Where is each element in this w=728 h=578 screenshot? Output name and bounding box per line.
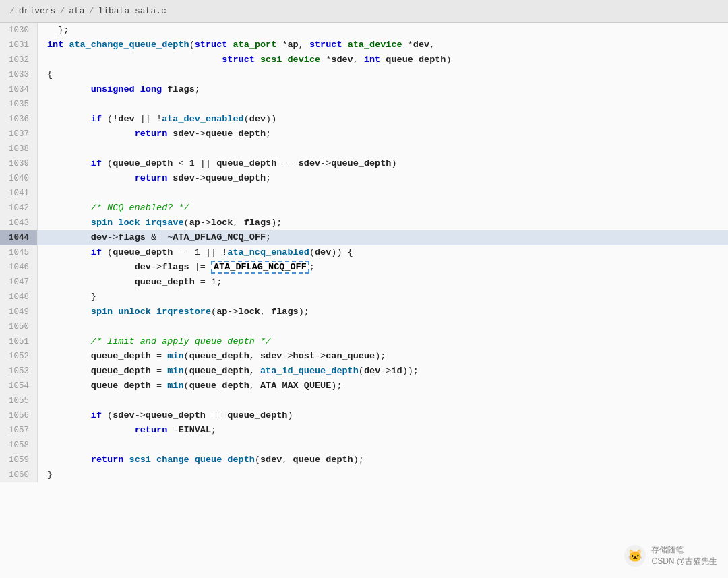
var-token: lock: [239, 307, 260, 317]
line-content: if (queue_depth == 1 || !ata_ncq_enabled…: [38, 245, 728, 260]
code-line-1037: 1037 return sdev->queue_depth;: [0, 127, 728, 141]
line-content: [38, 141, 728, 156]
var-token: dev: [118, 114, 134, 124]
line-number: 1044: [0, 230, 38, 245]
line-number: 1060: [0, 468, 38, 482]
code-line-1060: 1060}: [0, 468, 728, 482]
code-line-1043: 1043 spin_lock_irqsave(ap->lock, flags);: [0, 216, 728, 230]
line-number: 1039: [0, 156, 38, 171]
line-number: 1045: [0, 245, 38, 260]
line-content: queue_depth = 1;: [38, 275, 728, 290]
code-line-1041: 1041: [0, 186, 728, 201]
code-line-1038: 1038: [0, 141, 728, 156]
kw-token: int: [47, 40, 63, 50]
var-token: ap: [189, 218, 200, 228]
line-content: spin_lock_irqsave(ap->lock, flags);: [38, 216, 728, 230]
line-number: 1053: [0, 364, 38, 379]
var-token: dev: [249, 114, 266, 124]
code-line-1047: 1047 queue_depth = 1;: [0, 275, 728, 290]
code-line-1059: 1059 return scsi_change_queue_depth(sdev…: [0, 453, 728, 468]
var-token: queue_depth: [386, 55, 446, 65]
line-content: dev->flags &= ~ATA_DFLAG_NCQ_OFF;: [38, 230, 728, 245]
kw-token: if: [91, 114, 102, 124]
line-content: queue_depth = min(queue_depth, sdev->hos…: [38, 349, 728, 364]
var-token: ATA_MAX_QUEUE: [260, 381, 331, 391]
code-line-1030: 1030 };: [0, 23, 728, 38]
var-token: queue_depth: [189, 366, 249, 376]
var-token: host: [293, 351, 315, 361]
var-token: dev: [135, 262, 151, 272]
code-line-1042: 1042 /* NCQ enabled? */: [0, 201, 728, 216]
var-token: sdev: [173, 129, 194, 139]
breadcrumb-filename: libata-sata.c: [98, 6, 166, 16]
fn-token: min: [167, 381, 183, 391]
code-line-1045: 1045 if (queue_depth == 1 || !ata_ncq_en…: [0, 245, 728, 260]
line-content: if (queue_depth < 1 || queue_depth == sd…: [38, 156, 728, 171]
fn-token: spin_lock_irqsave: [91, 218, 184, 228]
var-token: sdev: [260, 351, 282, 361]
line-content: if (!dev || !ata_dev_enabled(dev)): [38, 112, 728, 127]
var-token: queue_depth: [331, 158, 391, 168]
code-line-1039: 1039 if (queue_depth < 1 || queue_depth …: [0, 156, 728, 171]
type-token: ata_port: [233, 40, 276, 50]
line-content: queue_depth = min(queue_depth, ata_id_qu…: [38, 364, 728, 379]
code-line-1040: 1040 return sdev->queue_depth;: [0, 171, 728, 186]
var-token: dev: [91, 232, 107, 243]
line-content: }: [38, 290, 728, 304]
kw-token: struct: [309, 40, 342, 50]
line-content: spin_unlock_irqrestore(ap->lock, flags);: [38, 304, 728, 319]
var-token: queue_depth: [189, 381, 249, 391]
line-number: 1032: [0, 53, 38, 67]
type-token: scsi_device: [260, 55, 320, 65]
fn-token: min: [167, 351, 183, 361]
code-viewer: 1030 };1031int ata_change_queue_depth(st…: [0, 23, 728, 578]
code-line-1054: 1054 queue_depth = min(queue_depth, ATA_…: [0, 379, 728, 393]
code-line-1048: 1048 }: [0, 290, 728, 304]
line-content: {: [38, 67, 728, 82]
var-token: flags: [167, 84, 195, 94]
var-token: sdev: [260, 455, 282, 465]
var-token: can_queue: [326, 351, 375, 361]
line-number: 1057: [0, 423, 38, 438]
code-line-1032: 1032 struct scsi_device *sdev, int queue…: [0, 53, 728, 67]
var-token: dev: [413, 40, 429, 50]
line-number: 1036: [0, 112, 38, 127]
var-token: sdev: [113, 410, 134, 420]
code-line-1035: 1035: [0, 97, 728, 112]
fn-token: scsi_change_queue_depth: [129, 455, 255, 465]
code-line-1056: 1056 if (sdev->queue_depth == queue_dept…: [0, 408, 728, 423]
kw-token: if: [91, 410, 102, 420]
kw-token: long: [140, 84, 162, 94]
fn-token: ata_id_queue_depth: [260, 366, 359, 376]
kw-token: struct: [222, 55, 255, 65]
code-line-1036: 1036 if (!dev || !ata_dev_enabled(dev)): [0, 112, 728, 127]
var-token: flags: [244, 218, 272, 228]
breadcrumb-slash: /: [9, 6, 15, 16]
var-token: flags: [271, 307, 299, 317]
line-number: 1043: [0, 216, 38, 230]
line-number: 1048: [0, 290, 38, 304]
code-line-1052: 1052 queue_depth = min(queue_depth, sdev…: [0, 349, 728, 364]
kw-token: struct: [195, 40, 228, 50]
var-token: EINVAL: [178, 425, 211, 435]
code-line-1053: 1053 queue_depth = min(queue_depth, ata_…: [0, 364, 728, 379]
line-number: 1041: [0, 186, 38, 201]
line-number: 1034: [0, 82, 38, 97]
var-token: queue_depth: [91, 351, 151, 361]
line-number: 1058: [0, 438, 38, 453]
kw-token: if: [91, 247, 102, 257]
code-line-1034: 1034 unsigned long flags;: [0, 82, 728, 97]
kw-token: return: [135, 129, 168, 139]
line-number: 1056: [0, 408, 38, 423]
line-number: 1031: [0, 38, 38, 53]
line-content: struct scsi_device *sdev, int queue_dept…: [38, 53, 728, 67]
type-token: ata_device: [348, 40, 402, 50]
line-number: 1059: [0, 453, 38, 468]
line-content: [38, 393, 728, 408]
var-token: queue_depth: [113, 247, 173, 257]
var-token: sdev: [331, 55, 353, 65]
comment-token: /* limit and apply queue depth */: [91, 336, 271, 346]
breadcrumb-sep2: /: [89, 6, 94, 16]
line-number: 1042: [0, 201, 38, 216]
var-token: queue_depth: [135, 277, 195, 287]
